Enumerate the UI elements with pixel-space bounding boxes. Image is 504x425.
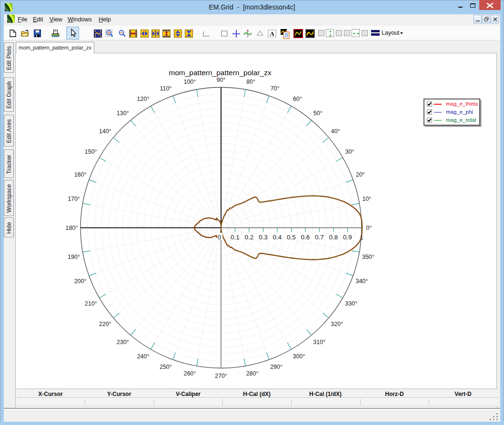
svg-text:0.2: 0.2	[245, 234, 254, 241]
svg-text:160°: 160°	[74, 171, 87, 178]
svg-text:60°: 60°	[293, 96, 302, 102]
svg-text:250°: 250°	[160, 364, 172, 370]
svg-text:40°: 40°	[331, 128, 340, 135]
svg-text:210°: 210°	[85, 300, 97, 307]
svg-text:300°: 300°	[293, 353, 305, 360]
svg-text:120°: 120°	[137, 96, 150, 102]
svg-text:340°: 340°	[355, 278, 368, 285]
svg-text:330°: 330°	[345, 300, 357, 307]
svg-text:0: 0	[218, 234, 222, 241]
svg-text:0.1: 0.1	[231, 234, 240, 241]
svg-text:mom_pattern_pattern_polar_zx: mom_pattern_pattern_polar_zx	[169, 69, 272, 77]
svg-text:80°: 80°	[246, 79, 255, 85]
svg-text:110°: 110°	[160, 85, 171, 92]
svg-text:230°: 230°	[117, 339, 129, 346]
svg-text:280°: 280°	[246, 370, 259, 377]
svg-text:130°: 130°	[117, 110, 129, 117]
svg-text:0.4: 0.4	[273, 234, 282, 241]
svg-text:150°: 150°	[85, 148, 97, 155]
svg-text:180°: 180°	[66, 225, 78, 231]
svg-text:0.3: 0.3	[259, 234, 268, 241]
svg-text:140°: 140°	[99, 128, 111, 135]
svg-text:0.5: 0.5	[287, 234, 296, 241]
svg-text:290°: 290°	[270, 364, 282, 370]
svg-text:320°: 320°	[331, 321, 343, 327]
svg-text:0°: 0°	[366, 225, 372, 231]
svg-text:310°: 310°	[313, 339, 325, 346]
svg-text:0.9: 0.9	[343, 234, 352, 241]
svg-text:20°: 20°	[356, 171, 365, 178]
svg-text:30°: 30°	[345, 148, 354, 155]
svg-text:50°: 50°	[313, 110, 323, 117]
svg-text:0.7: 0.7	[315, 234, 324, 241]
svg-text:170°: 170°	[68, 196, 80, 202]
svg-text:190°: 190°	[68, 254, 80, 260]
svg-text:90°: 90°	[217, 77, 226, 83]
svg-text:350°: 350°	[362, 254, 374, 260]
svg-text:100°: 100°	[183, 79, 196, 85]
svg-text:260°: 260°	[183, 370, 196, 377]
svg-text:10°: 10°	[362, 196, 371, 202]
svg-text:0.8: 0.8	[329, 234, 338, 241]
svg-text:200°: 200°	[74, 278, 87, 285]
svg-text:0.6: 0.6	[301, 234, 310, 241]
svg-text:270°: 270°	[215, 373, 227, 379]
svg-text:240°: 240°	[137, 353, 150, 360]
svg-text:A: A	[270, 30, 274, 37]
svg-text:1: 1	[360, 234, 363, 241]
svg-text:70°: 70°	[271, 85, 280, 92]
svg-text:220°: 220°	[99, 321, 111, 327]
